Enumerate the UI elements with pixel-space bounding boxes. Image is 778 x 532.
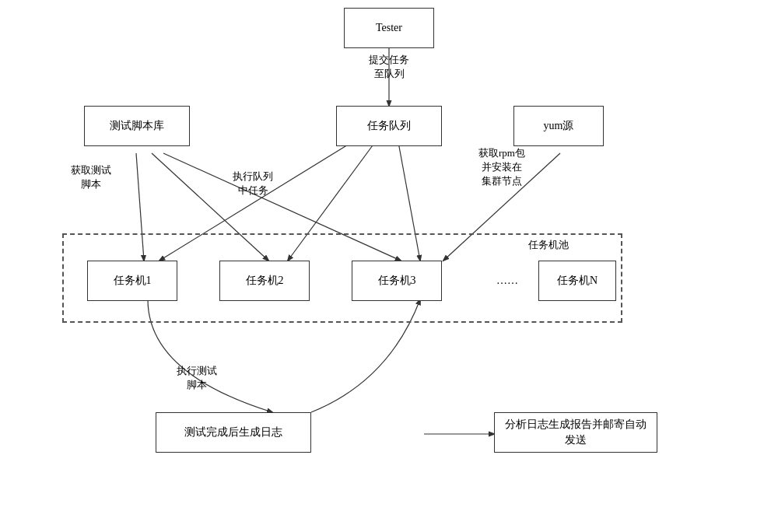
ellipsis-box: ……: [484, 261, 531, 301]
task-machine-2-label: 任务机2: [246, 273, 284, 289]
yum-source-label: yum源: [544, 118, 574, 134]
tester-label: Tester: [376, 20, 402, 36]
execute-queue-task-label: 执行队列 中任务: [218, 170, 288, 198]
task-pool-label: 任务机池: [517, 238, 580, 252]
submit-task-label: 提交任务 至队列: [350, 53, 428, 81]
log-generate-label: 测试完成后生成日志: [184, 425, 282, 440]
task-queue-label: 任务队列: [367, 118, 411, 134]
get-rpm-label: 获取rpm包 并安装在 集群节点: [459, 146, 545, 189]
test-script-lib-label: 测试脚本库: [110, 118, 164, 134]
log-generate-box: 测试完成后生成日志: [156, 412, 311, 453]
task-machine-1-label: 任务机1: [114, 273, 152, 289]
tester-box: Tester: [344, 8, 434, 48]
task-machine-1-box: 任务机1: [87, 261, 177, 301]
task-machine-2-box: 任务机2: [219, 261, 310, 301]
task-machine-n-label: 任务机N: [557, 273, 598, 289]
get-test-script-label: 获取测试 脚本: [56, 163, 126, 191]
task-machine-n-box: 任务机N: [538, 261, 616, 301]
test-script-lib-box: 测试脚本库: [84, 106, 190, 146]
execute-test-script-label: 执行测试 脚本: [162, 364, 232, 392]
report-send-label: 分析日志生成报告并邮寄自动 发送: [505, 417, 647, 447]
task-queue-box: 任务队列: [336, 106, 442, 146]
ellipsis-label: ……: [496, 273, 518, 289]
yum-source-box: yum源: [513, 106, 604, 146]
diagram-container: Tester 提交任务 至队列 任务队列 测试脚本库 yum源 获取测试 脚本 …: [0, 0, 778, 532]
task-machine-3-label: 任务机3: [378, 273, 416, 289]
task-machine-3-box: 任务机3: [352, 261, 442, 301]
report-send-box: 分析日志生成报告并邮寄自动 发送: [494, 412, 657, 453]
